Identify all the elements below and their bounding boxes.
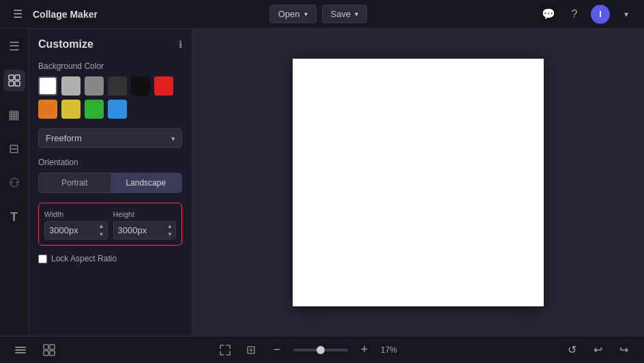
color-swatch-white[interactable] [38, 76, 57, 96]
color-swatch-black[interactable] [131, 76, 150, 96]
portrait-button[interactable]: Portrait [39, 173, 111, 192]
color-swatch-orange[interactable] [38, 100, 57, 119]
width-input-wrapper: ▲ ▼ [44, 221, 108, 239]
bottom-bar: − + 17% ↺ ↩ ↪ [0, 336, 644, 363]
info-icon[interactable]: ℹ [179, 39, 182, 50]
svg-rect-5 [15, 349, 26, 351]
svg-rect-10 [50, 351, 55, 355]
open-arrow-icon: ▾ [304, 10, 308, 18]
customize-panel: Customize ℹ Background Color Freeform A4… [29, 29, 192, 336]
height-input[interactable] [114, 222, 165, 239]
orientation-label: Orientation [38, 158, 182, 167]
bottom-left [11, 340, 59, 360]
undo-icon[interactable]: ↩ [588, 340, 607, 360]
layers-icon[interactable] [11, 340, 30, 360]
history-icon[interactable]: ↺ [562, 340, 581, 360]
svg-rect-0 [9, 75, 14, 80]
sidebar-item-menu[interactable]: ☰ [3, 35, 25, 57]
width-group: Width ▲ ▼ [44, 210, 108, 239]
width-increment-button[interactable]: ▲ [96, 222, 107, 231]
color-swatch-green[interactable] [85, 100, 104, 119]
svg-rect-1 [15, 75, 20, 80]
sidebar-item-photos[interactable]: ⊟ [3, 138, 25, 160]
hamburger-icon[interactable]: ☰ [8, 5, 27, 24]
color-swatches [38, 76, 182, 119]
zoom-out-icon[interactable]: − [267, 340, 287, 360]
orientation-buttons: Portrait Landscape [38, 173, 182, 193]
save-button[interactable]: Save ▾ [322, 5, 368, 23]
svg-rect-6 [15, 352, 26, 353]
lock-aspect-row: Lock Aspect Ratio [38, 254, 182, 263]
app-title: Collage Maker [33, 9, 98, 20]
height-label: Height [113, 210, 177, 218]
format-select[interactable]: Freeform A4 Letter Square [38, 128, 182, 148]
redo-icon[interactable]: ↪ [614, 340, 633, 360]
svg-rect-7 [44, 345, 48, 349]
panel-header: Customize ℹ [38, 38, 182, 50]
color-swatch-yellow[interactable] [61, 100, 80, 119]
lock-aspect-checkbox[interactable] [38, 255, 47, 263]
canvas[interactable] [293, 59, 544, 306]
sidebar-item-layout[interactable]: ▦ [3, 104, 25, 126]
svg-rect-2 [9, 81, 14, 86]
header-center: Open ▾ Save ▾ [269, 5, 367, 23]
icon-sidebar: ☰ ▦ ⊟ ⚇ T [0, 29, 29, 336]
color-swatch-blue[interactable] [108, 100, 127, 119]
zoom-slider[interactable] [293, 349, 348, 351]
color-swatch-light-gray[interactable] [61, 76, 80, 96]
height-input-wrapper: ▲ ▼ [113, 221, 177, 239]
width-spinners: ▲ ▼ [96, 222, 107, 239]
dimensions-box: Width ▲ ▼ Height ▲ [38, 203, 182, 246]
height-spinners: ▲ ▼ [164, 222, 175, 239]
background-color-label: Background Color [38, 61, 182, 71]
save-arrow-icon: ▾ [355, 10, 358, 18]
sidebar-item-text[interactable]: T [3, 206, 25, 228]
format-select-wrapper: Freeform A4 Letter Square ▾ [38, 128, 182, 148]
color-swatch-dark[interactable] [108, 76, 127, 96]
grid-icon[interactable] [40, 340, 59, 360]
svg-rect-9 [44, 351, 48, 355]
color-swatch-red[interactable] [154, 76, 173, 96]
height-group: Height ▲ ▼ [113, 210, 177, 239]
fullscreen-icon[interactable] [216, 340, 235, 360]
zoom-value: 17% [381, 345, 405, 355]
bottom-right: ↺ ↩ ↪ [562, 340, 633, 360]
main: ☰ ▦ ⊟ ⚇ T Customize ℹ Background Color [0, 29, 644, 336]
lock-aspect-label: Lock Aspect Ratio [51, 254, 117, 263]
comment-icon[interactable]: 💬 [539, 5, 558, 24]
height-decrement-button[interactable]: ▼ [164, 231, 175, 239]
landscape-button[interactable]: Landscape [111, 173, 182, 192]
panel-title: Customize [38, 38, 93, 50]
header-left: ☰ Collage Maker [8, 5, 98, 24]
width-label: Width [44, 210, 108, 218]
svg-rect-8 [50, 345, 55, 349]
svg-rect-4 [15, 347, 26, 348]
height-increment-button[interactable]: ▲ [164, 222, 175, 231]
fit-icon[interactable] [241, 340, 261, 360]
canvas-area [192, 29, 644, 336]
chevron-down-icon[interactable]: ▾ [617, 5, 636, 24]
sidebar-item-people[interactable]: ⚇ [3, 172, 25, 194]
sidebar-item-customize[interactable] [3, 70, 25, 91]
dimensions-row: Width ▲ ▼ Height ▲ [44, 210, 176, 239]
avatar[interactable]: I [591, 5, 610, 24]
orientation-section: Orientation Portrait Landscape [38, 158, 182, 193]
header: ☰ Collage Maker Open ▾ Save ▾ 💬 ? I ▾ [0, 0, 644, 29]
width-input[interactable] [45, 222, 96, 239]
zoom-in-icon[interactable]: + [355, 340, 374, 360]
color-swatch-gray[interactable] [85, 76, 104, 96]
help-icon[interactable]: ? [565, 5, 584, 24]
width-decrement-button[interactable]: ▼ [96, 231, 107, 239]
zoom-controls: − + 17% [216, 340, 405, 360]
open-button[interactable]: Open ▾ [269, 5, 317, 23]
header-right: 💬 ? I ▾ [539, 5, 636, 24]
svg-rect-3 [15, 81, 20, 86]
zoom-thumb [317, 346, 325, 354]
